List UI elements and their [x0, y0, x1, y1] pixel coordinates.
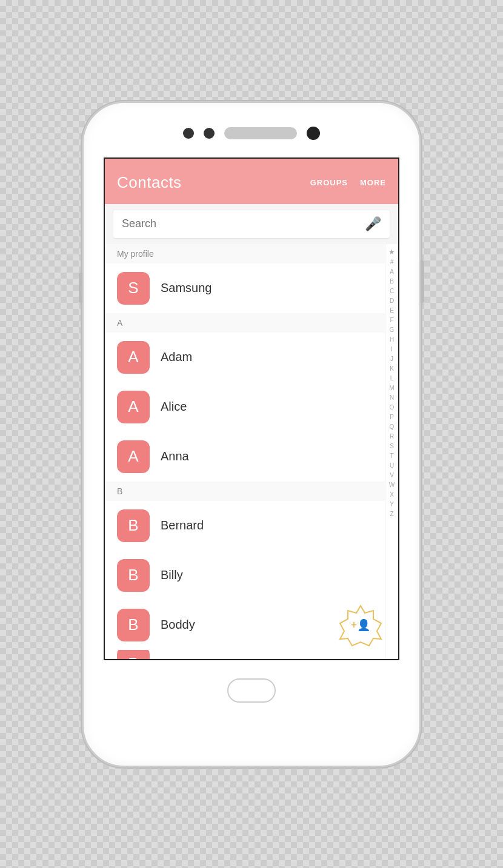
app-title: Contacts	[117, 173, 182, 192]
contact-name-boddy: Boddy	[161, 618, 195, 632]
avatar-boddy: B	[117, 609, 150, 641]
search-bar: 🎤	[113, 210, 390, 238]
front-sensor	[183, 128, 194, 139]
add-contact-fab[interactable]: +👤	[339, 603, 382, 647]
alpha-x[interactable]: X	[390, 490, 394, 500]
alpha-l[interactable]: L	[390, 374, 394, 383]
contact-item-partial[interactable]: B	[105, 650, 385, 659]
alpha-f[interactable]: F	[390, 316, 393, 325]
contact-list: My profile S Samsung A A Adam A Alice A	[105, 244, 398, 659]
alpha-b[interactable]: B	[390, 277, 394, 287]
avatar-bernard: B	[117, 509, 150, 542]
more-button[interactable]: MORE	[360, 178, 386, 187]
alpha-q[interactable]: Q	[390, 422, 395, 432]
phone-bottom	[84, 660, 419, 721]
app-header: Contacts GROUPS MORE	[105, 159, 398, 204]
alpha-d[interactable]: D	[390, 296, 394, 306]
phone-top-bar	[84, 103, 419, 157]
front-camera-dot	[204, 128, 215, 139]
alpha-w[interactable]: W	[389, 480, 395, 490]
alpha-k[interactable]: K	[390, 364, 394, 374]
alpha-i[interactable]: I	[391, 345, 393, 354]
groups-button[interactable]: GROUPS	[310, 178, 348, 187]
alpha-c[interactable]: C	[390, 287, 394, 296]
section-a: A	[105, 313, 385, 333]
avatar-anna: A	[117, 440, 150, 473]
contact-list-scrollable[interactable]: My profile S Samsung A A Adam A Alice A	[105, 244, 385, 659]
contact-name-samsung: Samsung	[161, 281, 212, 295]
power-button	[421, 260, 424, 303]
alpha-t[interactable]: T	[390, 451, 393, 461]
earpiece-speaker	[224, 127, 297, 139]
avatar-adam: A	[117, 341, 150, 374]
alpha-star[interactable]: ★	[388, 247, 395, 258]
contact-item-alice[interactable]: A Alice	[105, 382, 385, 432]
alpha-m[interactable]: M	[389, 383, 394, 393]
alpha-g[interactable]: G	[390, 325, 395, 335]
front-camera	[307, 127, 320, 140]
alpha-j[interactable]: J	[390, 354, 393, 364]
search-bar-container: 🎤	[105, 204, 398, 244]
alpha-p[interactable]: P	[390, 412, 394, 422]
alpha-h[interactable]: H	[390, 335, 394, 345]
volume-button	[79, 273, 82, 303]
home-button[interactable]	[227, 678, 276, 703]
phone-screen: Contacts GROUPS MORE 🎤 My profile S Sams…	[104, 157, 399, 660]
mic-icon[interactable]: 🎤	[365, 216, 381, 232]
section-b: B	[105, 482, 385, 501]
contact-name-billy: Billy	[161, 568, 183, 582]
alpha-s[interactable]: S	[390, 442, 394, 451]
alpha-v[interactable]: V	[390, 471, 394, 480]
alpha-r[interactable]: R	[390, 432, 394, 442]
alpha-y[interactable]: Y	[390, 500, 394, 509]
section-my-profile: My profile	[105, 244, 385, 263]
alpha-a[interactable]: A	[390, 267, 394, 277]
contact-name-alice: Alice	[161, 400, 187, 414]
alphabet-sidebar: ★ # A B C D E F G H I J K L M N O P Q R	[385, 244, 398, 659]
avatar-alice: A	[117, 391, 150, 423]
alpha-u[interactable]: U	[390, 461, 394, 471]
contact-name-adam: Adam	[161, 350, 192, 364]
alpha-hash[interactable]: #	[390, 257, 394, 267]
contact-name-bernard: Bernard	[161, 518, 204, 532]
contact-item-billy[interactable]: B Billy	[105, 551, 385, 600]
phone-device: Contacts GROUPS MORE 🎤 My profile S Sams…	[82, 101, 421, 767]
avatar-billy: B	[117, 559, 150, 592]
alpha-z[interactable]: Z	[390, 509, 393, 519]
contact-item-adam[interactable]: A Adam	[105, 333, 385, 382]
alpha-n[interactable]: N	[390, 393, 394, 403]
add-contact-icon: +👤	[351, 618, 371, 632]
contact-name-anna: Anna	[161, 449, 189, 463]
alpha-o[interactable]: O	[390, 403, 395, 412]
avatar-partial: B	[117, 650, 150, 659]
contact-item-anna[interactable]: A Anna	[105, 432, 385, 482]
alpha-e[interactable]: E	[390, 306, 394, 316]
avatar-samsung: S	[117, 272, 150, 305]
search-input[interactable]	[122, 217, 359, 230]
contact-item-samsung[interactable]: S Samsung	[105, 263, 385, 313]
header-actions: GROUPS MORE	[310, 178, 386, 187]
contact-item-bernard[interactable]: B Bernard	[105, 501, 385, 551]
